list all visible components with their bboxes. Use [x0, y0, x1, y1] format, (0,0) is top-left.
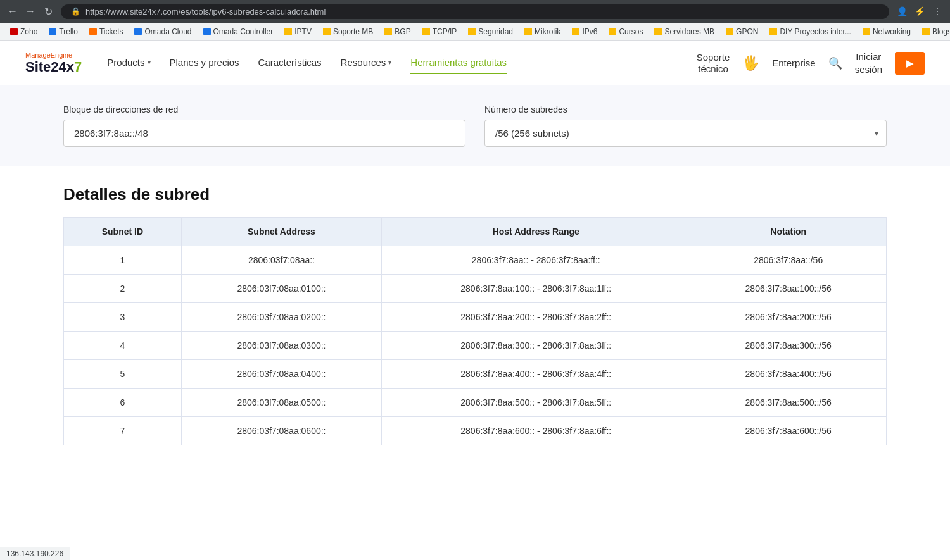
- network-block-group: Bloque de direcciones de red: [63, 104, 466, 147]
- bookmark-icon-bgp: [384, 28, 392, 35]
- cell-host-range: 2806:3f7:8aa:200:: - 2806:3f7:8aa:2ff::: [382, 303, 690, 332]
- site-header: ManageEngine Site24x7 Products ▾ Planes …: [0, 41, 950, 85]
- bookmark-trello[interactable]: Trello: [44, 25, 83, 38]
- subnet-count-select[interactable]: /56 (256 subnets) /57 (128 subnets) /58 …: [485, 120, 886, 146]
- back-button[interactable]: ←: [5, 4, 20, 19]
- site24x7-logo-text: Site24x7: [25, 59, 82, 75]
- cell-subnet-address: 2806:03f7:08aa:0100::: [181, 275, 381, 303]
- cell-host-range: 2806:3f7:8aa:500:: - 2806:3f7:8aa:5ff::: [382, 389, 690, 417]
- table-row: 7 2806:03f7:08aa:0600:: 2806:3f7:8aa:600…: [64, 417, 887, 445]
- input-section: Bloque de direcciones de red Número de s…: [63, 104, 887, 147]
- bookmark-icon-seguridad: [468, 28, 476, 35]
- bookmark-icon-tickets: [89, 28, 97, 35]
- bookmark-icon-diy: [770, 28, 777, 35]
- cta-signup-button[interactable]: ▶: [895, 52, 925, 75]
- address-bar[interactable]: 🔒 https://www.site24x7.com/es/tools/ipv6…: [61, 4, 889, 19]
- bookmark-icon-cursos: [609, 28, 616, 35]
- browser-nav-buttons: ← → ↻: [5, 4, 56, 19]
- col-subnet-address: Subnet Address: [181, 218, 381, 246]
- enterprise-link[interactable]: Enterprise: [772, 58, 815, 68]
- url-text: https://www.site24x7.com/es/tools/ipv6-s…: [86, 7, 326, 16]
- chevron-down-icon-resources: ▾: [388, 59, 391, 66]
- bookmark-iptv[interactable]: IPTV: [279, 25, 317, 38]
- logo-area[interactable]: ManageEngine Site24x7: [25, 51, 82, 75]
- bookmark-cursos[interactable]: Cursos: [604, 25, 648, 38]
- bookmark-icon-omada-controller: [203, 28, 211, 35]
- settings-button[interactable]: ⋮: [930, 4, 945, 19]
- nav-resources[interactable]: Resources ▾: [341, 52, 392, 74]
- cell-subnet-address: 2806:03f7:08aa::: [181, 246, 381, 275]
- bookmarks-bar: Zoho Trello Tickets Omada Cloud Omada Co…: [0, 23, 950, 41]
- user-profile-button[interactable]: 👤: [894, 4, 909, 19]
- subnet-table: Subnet ID Subnet Address Host Address Ra…: [63, 217, 887, 445]
- bookmark-icon-zoho: [10, 28, 18, 35]
- table-row: 3 2806:03f7:08aa:0200:: 2806:3f7:8aa:200…: [64, 303, 887, 332]
- bookmark-icon-trello: [49, 28, 56, 35]
- nav-planes-precios[interactable]: Planes y precios: [170, 52, 239, 74]
- bookmark-ipv6[interactable]: IPv6: [567, 25, 602, 38]
- nav-products[interactable]: Products ▾: [107, 52, 150, 74]
- cell-subnet-id: 6: [64, 389, 182, 417]
- nav-caracteristicas[interactable]: Características: [258, 52, 322, 74]
- bookmark-seguridad[interactable]: Seguridad: [463, 25, 518, 38]
- results-section: Detalles de subred Subnet ID Subnet Addr…: [0, 166, 950, 471]
- cell-host-range: 2806:3f7:8aa:100:: - 2806:3f7:8aa:1ff::: [382, 275, 690, 303]
- iniciar-sesion-link[interactable]: Iniciar sesión: [855, 51, 882, 75]
- bookmark-icon-iptv: [284, 28, 292, 35]
- cursor-hand-icon: 🖐: [742, 55, 759, 72]
- cell-subnet-id: 3: [64, 303, 182, 332]
- table-row: 1 2806:03f7:08aa:: 2806:3f7:8aa:: - 2806…: [64, 246, 887, 275]
- bookmark-mikrotik[interactable]: Mikrotik: [519, 25, 566, 38]
- bookmark-icon-networking: [863, 28, 870, 35]
- subnet-table-header: Subnet ID Subnet Address Host Address Ra…: [64, 218, 887, 246]
- cell-subnet-id: 1: [64, 246, 182, 275]
- soporte-tecnico-link[interactable]: Soporte técnico: [697, 52, 730, 75]
- chevron-down-icon: ▾: [148, 59, 151, 66]
- cell-subnet-id: 5: [64, 360, 182, 389]
- forward-button[interactable]: →: [23, 4, 38, 19]
- bookmark-omada-controller[interactable]: Omada Controller: [198, 25, 279, 38]
- extensions-button[interactable]: ⚡: [912, 4, 927, 19]
- cell-notation: 2806:3f7:8aa:300::/56: [690, 332, 887, 360]
- table-row: 6 2806:03f7:08aa:0500:: 2806:3f7:8aa:500…: [64, 389, 887, 417]
- bookmark-diy[interactable]: DIY Proyectos inter...: [764, 25, 856, 38]
- bookmark-icon-soporte-mb: [323, 28, 331, 35]
- cell-subnet-address: 2806:03f7:08aa:0300::: [181, 332, 381, 360]
- col-host-address-range: Host Address Range: [382, 218, 690, 246]
- browser-actions: 👤 ⚡ ⋮: [894, 4, 945, 19]
- cell-subnet-id: 4: [64, 332, 182, 360]
- results-title: Detalles de subred: [63, 185, 887, 204]
- search-button[interactable]: 🔍: [828, 56, 842, 70]
- cell-host-range: 2806:3f7:8aa:400:: - 2806:3f7:8aa:4ff::: [382, 360, 690, 389]
- cell-notation: 2806:3f7:8aa:500::/56: [690, 389, 887, 417]
- bookmark-zoho[interactable]: Zoho: [5, 25, 42, 38]
- table-row: 2 2806:03f7:08aa:0100:: 2806:3f7:8aa:100…: [64, 275, 887, 303]
- table-row: 5 2806:03f7:08aa:0400:: 2806:3f7:8aa:400…: [64, 360, 887, 389]
- subnet-table-header-row: Subnet ID Subnet Address Host Address Ra…: [64, 218, 887, 246]
- bookmark-icon-mikrotik: [524, 28, 532, 35]
- cell-subnet-address: 2806:03f7:08aa:0600::: [181, 417, 381, 445]
- bookmark-networking[interactable]: Networking: [858, 25, 916, 38]
- cell-notation: 2806:3f7:8aa:600::/56: [690, 417, 887, 445]
- subnet-table-body: 1 2806:03f7:08aa:: 2806:3f7:8aa:: - 2806…: [64, 246, 887, 445]
- bookmark-soporte-mb[interactable]: Soporte MB: [318, 25, 378, 38]
- bookmark-icon-omada-cloud: [134, 28, 142, 35]
- bookmark-bgp[interactable]: BGP: [379, 25, 415, 38]
- reload-button[interactable]: ↻: [41, 4, 56, 19]
- bookmark-tickets[interactable]: Tickets: [84, 25, 129, 38]
- subnet-count-wrapper: /56 (256 subnets) /57 (128 subnets) /58 …: [484, 120, 887, 147]
- cell-notation: 2806:3f7:8aa:200::/56: [690, 303, 887, 332]
- bookmark-gpon[interactable]: GPON: [721, 25, 763, 38]
- bookmark-tcpip[interactable]: TCP/IP: [417, 25, 462, 38]
- cell-notation: 2806:3f7:8aa:100::/56: [690, 275, 887, 303]
- nav-herramientas-gratuitas[interactable]: Herramientas gratuitas: [410, 52, 507, 74]
- cell-subnet-id: 7: [64, 417, 182, 445]
- bookmark-omada-cloud[interactable]: Omada Cloud: [129, 25, 196, 38]
- subnet-count-label: Número de subredes: [484, 104, 887, 115]
- bookmark-icon-servidores-mb: [654, 28, 662, 35]
- bookmark-blogs[interactable]: Blogs: [917, 25, 950, 38]
- bookmark-servidores-mb[interactable]: Servidores MB: [649, 25, 719, 38]
- bookmark-icon-ipv6: [572, 28, 580, 35]
- network-block-input[interactable]: [63, 120, 466, 147]
- manage-engine-logo-text: ManageEngine: [25, 51, 82, 59]
